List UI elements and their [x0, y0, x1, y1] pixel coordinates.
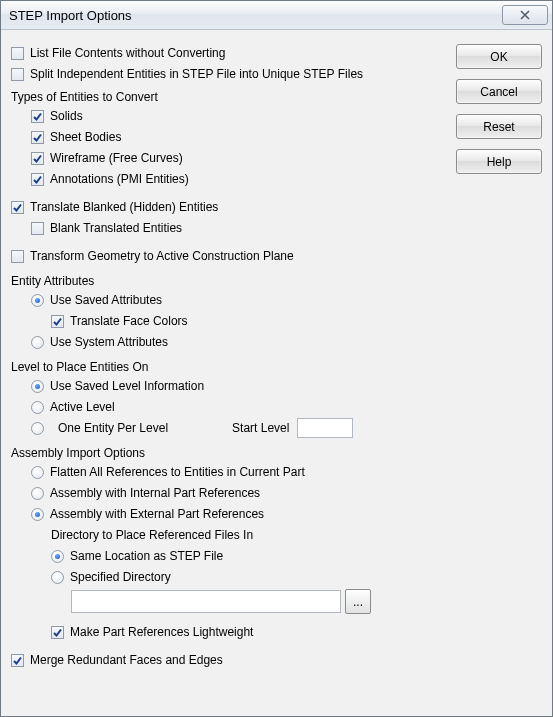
form-area: List File Contents without Converting Sp… [11, 42, 456, 706]
radio-active-level[interactable] [31, 401, 44, 414]
reset-button[interactable]: Reset [456, 114, 542, 139]
row-use-saved-level: Use Saved Level Information [11, 376, 450, 396]
label-same-location: Same Location as STEP File [70, 549, 223, 563]
radio-external-references[interactable] [31, 508, 44, 521]
label-translate-blanked: Translate Blanked (Hidden) Entities [30, 200, 218, 214]
label-transform-geometry: Transform Geometry to Active Constructio… [30, 249, 294, 263]
label-annotations: Annotations (PMI Entities) [50, 172, 189, 186]
row-blank-translated: Blank Translated Entities [11, 218, 450, 238]
input-start-level[interactable] [297, 418, 353, 438]
radio-use-saved-level[interactable] [31, 380, 44, 393]
titlebar: STEP Import Options [1, 1, 552, 30]
row-split-independent: Split Independent Entities in STEP File … [11, 64, 450, 84]
ok-button[interactable]: OK [456, 44, 542, 69]
row-internal-references: Assembly with Internal Part References [11, 483, 450, 503]
label-solids: Solids [50, 109, 83, 123]
client-area: List File Contents without Converting Sp… [1, 30, 552, 716]
row-sheet-bodies: Sheet Bodies [11, 127, 450, 147]
label-merge-redundant: Merge Redundant Faces and Edges [30, 653, 223, 667]
radio-use-saved-attributes[interactable] [31, 294, 44, 307]
help-button[interactable]: Help [456, 149, 542, 174]
section-level-label: Level to Place Entities On [11, 360, 450, 374]
checkbox-translate-face-colors[interactable] [51, 315, 64, 328]
label-browse: ... [353, 595, 363, 609]
label-split-independent: Split Independent Entities in STEP File … [30, 67, 363, 81]
checkbox-blank-translated[interactable] [31, 222, 44, 235]
row-list-without-converting: List File Contents without Converting [11, 43, 450, 63]
radio-internal-references[interactable] [31, 487, 44, 500]
label-use-saved-attributes: Use Saved Attributes [50, 293, 162, 307]
label-one-entity-per-level: One Entity Per Level [58, 421, 168, 435]
radio-same-location[interactable] [51, 550, 64, 563]
button-column: OK Cancel Reset Help [456, 42, 542, 706]
cancel-button[interactable]: Cancel [456, 79, 542, 104]
checkbox-translate-blanked[interactable] [11, 201, 24, 214]
row-translate-blanked: Translate Blanked (Hidden) Entities [11, 197, 450, 217]
label-flatten-references: Flatten All References to Entities in Cu… [50, 465, 305, 479]
checkbox-transform-geometry[interactable] [11, 250, 24, 263]
section-entity-attributes-label: Entity Attributes [11, 274, 450, 288]
row-one-entity-per-level: One Entity Per Level Start Level [11, 418, 450, 438]
label-active-level: Active Level [50, 400, 115, 414]
radio-one-entity-per-level[interactable] [31, 422, 44, 435]
label-use-saved-level: Use Saved Level Information [50, 379, 204, 393]
checkbox-make-lightweight[interactable] [51, 626, 64, 639]
checkbox-solids[interactable] [31, 110, 44, 123]
row-use-system-attributes: Use System Attributes [11, 332, 450, 352]
browse-directory-button[interactable]: ... [345, 589, 371, 614]
label-internal-references: Assembly with Internal Part References [50, 486, 260, 500]
window-title: STEP Import Options [9, 8, 502, 23]
input-specified-directory[interactable] [71, 590, 341, 613]
checkbox-split-independent[interactable] [11, 68, 24, 81]
label-cancel: Cancel [480, 85, 517, 99]
label-help: Help [487, 155, 512, 169]
checkbox-wireframe[interactable] [31, 152, 44, 165]
section-types-label: Types of Entities to Convert [11, 90, 450, 104]
row-same-location: Same Location as STEP File [11, 546, 450, 566]
label-specified-directory: Specified Directory [70, 570, 171, 584]
row-translate-face-colors: Translate Face Colors [11, 311, 450, 331]
row-dir-label: Directory to Place Referenced Files In [11, 525, 450, 545]
radio-specified-directory[interactable] [51, 571, 64, 584]
label-blank-translated: Blank Translated Entities [50, 221, 182, 235]
radio-flatten-references[interactable] [31, 466, 44, 479]
label-wireframe: Wireframe (Free Curves) [50, 151, 183, 165]
row-make-lightweight: Make Part References Lightweight [11, 622, 450, 642]
checkbox-list-without-converting[interactable] [11, 47, 24, 60]
label-list-without-converting: List File Contents without Converting [30, 46, 225, 60]
row-transform-geometry: Transform Geometry to Active Constructio… [11, 246, 450, 266]
checkbox-sheet-bodies[interactable] [31, 131, 44, 144]
close-icon [520, 10, 530, 20]
row-directory-input: ... [11, 589, 450, 614]
dialog-window: STEP Import Options List File Contents w… [0, 0, 553, 717]
row-use-saved-attributes: Use Saved Attributes [11, 290, 450, 310]
radio-use-system-attributes[interactable] [31, 336, 44, 349]
window-close-button[interactable] [502, 5, 548, 25]
checkbox-merge-redundant[interactable] [11, 654, 24, 667]
row-specified-directory: Specified Directory [11, 567, 450, 587]
label-reset: Reset [483, 120, 514, 134]
row-annotations: Annotations (PMI Entities) [11, 169, 450, 189]
row-solids: Solids [11, 106, 450, 126]
section-assembly-label: Assembly Import Options [11, 446, 450, 460]
label-external-references: Assembly with External Part References [50, 507, 264, 521]
label-start-level: Start Level [232, 421, 289, 435]
label-directory-for-referenced-files: Directory to Place Referenced Files In [51, 528, 253, 542]
label-sheet-bodies: Sheet Bodies [50, 130, 121, 144]
row-external-references: Assembly with External Part References [11, 504, 450, 524]
checkbox-annotations[interactable] [31, 173, 44, 186]
row-active-level: Active Level [11, 397, 450, 417]
label-make-lightweight: Make Part References Lightweight [70, 625, 253, 639]
row-wireframe: Wireframe (Free Curves) [11, 148, 450, 168]
label-use-system-attributes: Use System Attributes [50, 335, 168, 349]
label-ok: OK [490, 50, 507, 64]
row-flatten-references: Flatten All References to Entities in Cu… [11, 462, 450, 482]
label-translate-face-colors: Translate Face Colors [70, 314, 188, 328]
row-merge-redundant: Merge Redundant Faces and Edges [11, 650, 450, 670]
